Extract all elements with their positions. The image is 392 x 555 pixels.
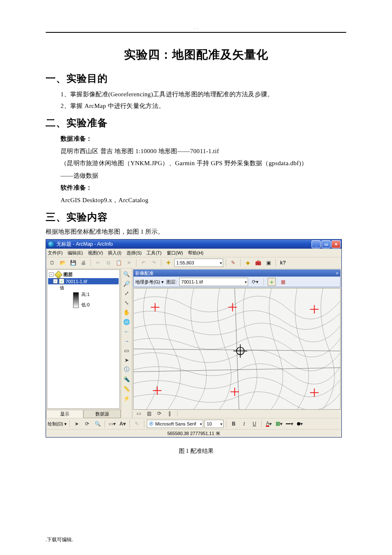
collapse-icon[interactable]: − <box>49 272 54 277</box>
figure-1-caption: 图 1 配准结果 <box>46 447 346 455</box>
fixed-zoom-out-icon[interactable]: ⤡ <box>122 298 131 307</box>
menu-help[interactable]: 帮助(H) <box>188 250 203 256</box>
map-view-switch: ▭ ▥ ⟳ ‖ <box>133 410 341 417</box>
draw-menu[interactable]: 绘制(D) ▾ <box>48 421 67 427</box>
menu-insert[interactable]: 插入(I) <box>108 250 121 256</box>
redo-icon[interactable]: ↷ <box>149 258 158 267</box>
layer-checkbox[interactable]: ✓ <box>59 279 64 284</box>
toc-root-row[interactable]: − 图层 <box>48 271 119 278</box>
zoom-to-sel-icon[interactable]: 🔍 <box>93 419 102 428</box>
select-elements-icon[interactable]: ➤ <box>122 355 131 364</box>
paste-icon[interactable]: 📋 <box>114 258 123 267</box>
identify-icon[interactable]: ⓘ <box>122 365 131 374</box>
close-button[interactable]: ✕ <box>331 240 341 248</box>
standard-toolbar: 🗋 📂 💾 🖨 ✂ ⧉ 📋 ✕ ↶ ↷ ✚ 1:55,803 ▾ ✎ ◆ 🧰 <box>46 257 341 269</box>
bold-icon[interactable]: B <box>229 419 238 428</box>
find-icon[interactable]: 🔦 <box>122 374 131 384</box>
arcmap-app-icon <box>48 241 54 247</box>
pause-draw-icon[interactable]: ‖ <box>165 409 174 418</box>
georef-close-icon[interactable]: × <box>336 271 338 276</box>
caret-down-icon: ▾ <box>220 422 222 426</box>
collapse-icon[interactable]: − <box>53 279 58 284</box>
zoom-in-icon[interactable]: 🔍 <box>122 269 131 279</box>
text-tool-icon[interactable]: A▾ <box>118 419 127 428</box>
underline-icon[interactable]: U <box>250 419 259 428</box>
pan-icon[interactable]: ✋ <box>122 308 131 317</box>
data-prep-label: 数据准备： <box>61 134 346 144</box>
georef-layer-label: 图层: <box>166 279 177 285</box>
rotate-icon[interactable]: ⟳▾ <box>251 277 260 286</box>
open-icon[interactable]: 📂 <box>58 258 67 267</box>
status-coords: 565580.38 2777951.11 米 <box>167 430 220 437</box>
next-extent-icon[interactable]: → <box>122 336 131 345</box>
prev-extent-icon[interactable]: ← <box>122 327 131 336</box>
maximize-button[interactable]: ▭ <box>321 240 331 248</box>
toc-high-label: 高:1 <box>81 291 90 298</box>
fill-color-icon[interactable]: ▾ <box>275 419 284 428</box>
link-table-icon[interactable]: ▦ <box>278 277 287 286</box>
command-line-icon[interactable]: ▣ <box>264 258 273 267</box>
measure-icon[interactable]: 📏 <box>122 384 131 393</box>
menu-tools[interactable]: 工具(T) <box>146 250 161 256</box>
add-data-icon[interactable]: ✚ <box>164 258 173 267</box>
editor-toolbar-icon[interactable]: ✎ <box>229 258 238 267</box>
minimize-button[interactable]: _ <box>312 240 321 248</box>
soft-prep-label: 软件准备： <box>61 183 346 193</box>
refresh-view-icon[interactable]: ⟳ <box>155 409 164 418</box>
new-doc-icon[interactable]: 🗋 <box>48 258 57 267</box>
full-extent-icon[interactable]: 🌐 <box>122 317 131 326</box>
toc-tab-source[interactable]: 数据源 <box>83 410 121 418</box>
header-dots: . . <box>46 25 346 29</box>
data-line-3: ——选做数据 <box>61 171 346 181</box>
draw-toolbar: 绘制(D) ▾ ➤ ⟳ 🔍 ▭▾ A▾ ✎ ⦿ Microsoft Sans S… <box>46 418 341 429</box>
window-title: 无标题 - ArcMap - ArcInfo <box>56 241 309 248</box>
edit-vertices-icon[interactable]: ✎ <box>132 419 141 428</box>
titlebar: 无标题 - ArcMap - ArcInfo _ ▭ ✕ <box>46 240 341 249</box>
menu-edit[interactable]: 编辑(E) <box>68 250 83 256</box>
fixed-zoom-in-icon[interactable]: ⤢ <box>122 289 131 298</box>
georef-menu[interactable]: 地理参考(G) ▾ <box>135 279 164 285</box>
menu-view[interactable]: 视图(V) <box>88 250 103 256</box>
s1-item-2: 2、掌握 ArcMap 中进行矢量化方法。 <box>61 101 346 112</box>
undo-icon[interactable]: ↶ <box>139 258 148 267</box>
doc-title: 实验四：地图配准及矢量化 <box>46 47 346 63</box>
toc-layer-row[interactable]: − ✓ 70011-1.tif <box>48 278 119 284</box>
font-name: Microsoft Sans Serif <box>155 421 196 426</box>
layout-view-icon[interactable]: ▥ <box>144 409 153 418</box>
toolbox-icon[interactable]: 🧰 <box>253 258 263 267</box>
font-size-combo[interactable]: 10 ▾ <box>205 420 224 428</box>
rotate-element-icon[interactable]: ⟳ <box>83 419 92 428</box>
arccatalog-icon[interactable]: ◆ <box>243 258 252 267</box>
tools-toolbar: 🔍 🔎 ⤢ ⤡ ✋ 🌐 ← → ▭ ➤ ⓘ 🔦 📏 ⚡ <box>121 269 132 418</box>
toc-tab-display[interactable]: 显示 <box>46 410 83 418</box>
save-icon[interactable]: 💾 <box>68 258 78 267</box>
select-features-icon[interactable]: ▭ <box>122 346 131 355</box>
print-icon[interactable]: 🖨 <box>79 258 88 267</box>
font-color-icon[interactable]: A▾ <box>264 419 273 428</box>
menu-file[interactable]: 文件(F) <box>48 250 63 256</box>
add-control-point-icon[interactable]: + <box>268 278 276 286</box>
line-color-icon[interactable]: ▾ <box>285 419 294 428</box>
help-icon[interactable]: k? <box>278 258 287 267</box>
data-line-2: （昆明市旅游休闲地图（YNKM.JPG）、Garmin 手持 GPS 野外采集数… <box>61 158 346 169</box>
rectangle-icon[interactable]: ▭▾ <box>107 419 117 428</box>
select-element-icon[interactable]: ➤ <box>72 419 81 428</box>
cut-icon[interactable]: ✂ <box>93 258 102 267</box>
italic-icon[interactable]: I <box>239 419 248 428</box>
menu-select[interactable]: 选择(S) <box>127 250 142 256</box>
font-combo[interactable]: ⦿ Microsoft Sans Serif ▾ <box>147 420 203 428</box>
toc-tabs: 显示 数据源 <box>46 410 121 418</box>
zoom-out-icon[interactable]: 🔎 <box>122 279 131 288</box>
copy-icon[interactable]: ⧉ <box>104 258 113 267</box>
data-line-1: 昆明市西山区 普吉 地形图 1:10000 地形图——70011-1.tif <box>61 146 346 157</box>
georef-layer-combo[interactable]: 70011-1.tif ▾ <box>179 278 248 286</box>
scale-combo[interactable]: 1:55,803 ▾ <box>174 259 223 267</box>
arcmap-body: − 图层 − ✓ 70011-1.tif 值 高:1 低:0 <box>46 269 341 418</box>
data-view-icon[interactable]: ▭ <box>134 409 143 418</box>
delete-icon[interactable]: ✕ <box>124 258 134 267</box>
menu-window[interactable]: 窗口(W) <box>167 250 183 256</box>
map-canvas[interactable] <box>133 288 341 410</box>
hyperlink-icon[interactable]: ⚡ <box>122 394 131 403</box>
font-size: 10 <box>207 421 212 426</box>
marker-color-icon[interactable]: ▾ <box>295 419 304 428</box>
